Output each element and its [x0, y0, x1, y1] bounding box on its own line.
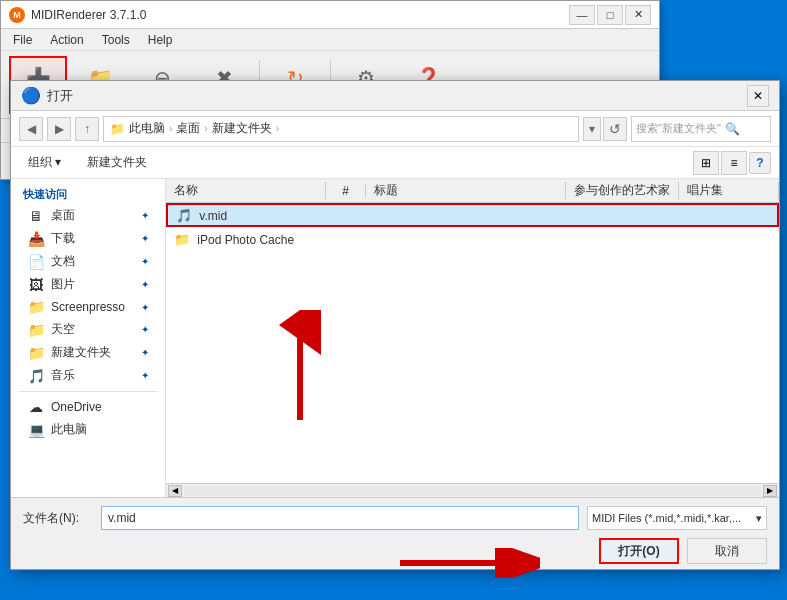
nav-back-button[interactable]: ◀ [19, 117, 43, 141]
view-details-button[interactable]: ≡ [721, 151, 747, 175]
dialog-title-text: 打开 [47, 87, 73, 105]
search-box[interactable]: 搜索"新建文件夹" 🔍 [631, 116, 771, 142]
horizontal-scrollbar[interactable]: ◀ ▶ [166, 483, 779, 497]
scroll-track[interactable] [184, 486, 761, 496]
midi-file-icon: 🎵 [176, 208, 192, 223]
nav-item-onedrive[interactable]: ☁ OneDrive [11, 396, 165, 418]
col-name-header[interactable]: 名称 [166, 182, 326, 199]
title-bar: M MIDIRenderer 3.7.1.0 — □ ✕ [1, 1, 659, 29]
nav-item-screenpresso[interactable]: 📁 Screenpresso ✦ [11, 296, 165, 318]
refresh-button[interactable]: ↺ [603, 117, 627, 141]
file-list-col-header: 名称 # 标题 参与创作的艺术家 唱片集 [166, 179, 779, 203]
dialog-bottom: 文件名(N): MIDI Files (*.mid,*.midi,*.kar,.… [11, 497, 779, 569]
breadcrumb-desktop[interactable]: 桌面 [176, 120, 200, 137]
nav-divider [19, 391, 157, 392]
quick-access-header[interactable]: 快速访问 [11, 185, 165, 204]
dialog-content: 快速访问 🖥 桌面 ✦ 📥 下载 ✦ 📄 文档 ✦ 🖼 图片 ✦ [11, 179, 779, 497]
nav-forward-button[interactable]: ▶ [47, 117, 71, 141]
col-title-header[interactable]: 标题 [366, 182, 566, 199]
col-artist-header[interactable]: 参与创作的艺术家 [566, 182, 679, 199]
breadcrumb-folder[interactable]: 新建文件夹 [212, 120, 272, 137]
file-item-vmid[interactable]: 🎵 v.mid [166, 203, 779, 227]
menu-help[interactable]: Help [140, 31, 181, 49]
new-folder-icon: 📁 [27, 345, 45, 361]
downloads-icon: 📥 [27, 231, 45, 247]
nav-item-pictures[interactable]: 🖼 图片 ✦ [11, 273, 165, 296]
nav-item-documents[interactable]: 📄 文档 ✦ [11, 250, 165, 273]
bottom-buttons: 打开(O) 取消 [23, 538, 767, 564]
open-dialog: 🔵 打开 ✕ ◀ ▶ ↑ 📁 此电脑 › 桌面 › 新建文件夹 › ▾ ↺ 搜索… [10, 80, 780, 570]
screenpresso-icon: 📁 [27, 299, 45, 315]
filename-input[interactable] [101, 506, 579, 530]
filename-row: 文件名(N): MIDI Files (*.mid,*.midi,*.kar,.… [23, 506, 767, 530]
folder-file-icon: 📁 [174, 232, 190, 247]
nav-item-new-folder[interactable]: 📁 新建文件夹 ✦ [11, 341, 165, 364]
music-icon: 🎵 [27, 368, 45, 384]
nav-item-downloads[interactable]: 📥 下载 ✦ [11, 227, 165, 250]
file-cell-name-1: 📁 iPod Photo Cache [166, 232, 326, 247]
documents-icon: 📄 [27, 254, 45, 270]
dialog-toolbar: 组织 ▾ 新建文件夹 ⊞ ≡ ? [11, 147, 779, 179]
nav-item-thispc[interactable]: 💻 此电脑 [11, 418, 165, 441]
breadcrumb-pc[interactable]: 此电脑 [129, 120, 165, 137]
dropdown-arrow-button[interactable]: ▾ [583, 117, 601, 141]
organize-button[interactable]: 组织 ▾ [19, 151, 70, 174]
file-cell-name-0: 🎵 v.mid [168, 208, 328, 223]
onedrive-icon: ☁ [27, 399, 45, 415]
filetype-select[interactable]: MIDI Files (*.mid,*.midi,*.kar,... ▾ [587, 506, 767, 530]
scroll-right-button[interactable]: ▶ [763, 485, 777, 497]
desktop-icon: 🖥 [27, 208, 45, 224]
pictures-icon: 🖼 [27, 277, 45, 293]
minimize-button[interactable]: — [569, 5, 595, 25]
file-list-body: 🎵 v.mid 📁 iPod Photo Cache [166, 203, 779, 483]
nav-item-desktop[interactable]: 🖥 桌面 ✦ [11, 204, 165, 227]
app-icon: M [9, 7, 25, 23]
dialog-close-button[interactable]: ✕ [747, 85, 769, 107]
scroll-left-button[interactable]: ◀ [168, 485, 182, 497]
menu-tools[interactable]: Tools [94, 31, 138, 49]
sky-icon: 📁 [27, 322, 45, 338]
dialog-title: 🔵 打开 [21, 86, 73, 105]
menu-file[interactable]: File [5, 31, 40, 49]
thispc-icon: 💻 [27, 422, 45, 438]
breadcrumb[interactable]: 📁 此电脑 › 桌面 › 新建文件夹 › [103, 116, 579, 142]
dialog-title-bar: 🔵 打开 ✕ [11, 81, 779, 111]
col-hash-header[interactable]: # [326, 184, 366, 198]
maximize-button[interactable]: □ [597, 5, 623, 25]
new-folder-button[interactable]: 新建文件夹 [78, 151, 156, 174]
filename-label: 文件名(N): [23, 510, 93, 527]
left-panel: 快速访问 🖥 桌面 ✦ 📥 下载 ✦ 📄 文档 ✦ 🖼 图片 ✦ [11, 179, 166, 497]
search-placeholder: 搜索"新建文件夹" [636, 121, 721, 136]
open-button[interactable]: 打开(O) [599, 538, 679, 564]
dialog-nav-bar: ◀ ▶ ↑ 📁 此电脑 › 桌面 › 新建文件夹 › ▾ ↺ 搜索"新建文件夹"… [11, 111, 779, 147]
breadcrumb-icon: 📁 [110, 122, 125, 136]
menu-action[interactable]: Action [42, 31, 91, 49]
menu-bar: File Action Tools Help [1, 29, 659, 51]
dialog-help-button[interactable]: ? [749, 152, 771, 174]
nav-item-music[interactable]: 🎵 音乐 ✦ [11, 364, 165, 387]
close-button[interactable]: ✕ [625, 5, 651, 25]
right-panel: 名称 # 标题 参与创作的艺术家 唱片集 🎵 v.mid [166, 179, 779, 497]
col-album-header[interactable]: 唱片集 [679, 182, 779, 199]
file-item-ipod[interactable]: 📁 iPod Photo Cache [166, 227, 779, 251]
search-icon: 🔍 [725, 122, 740, 136]
cancel-button[interactable]: 取消 [687, 538, 767, 564]
nav-up-button[interactable]: ↑ [75, 117, 99, 141]
nav-item-sky[interactable]: 📁 天空 ✦ [11, 318, 165, 341]
view-list-button[interactable]: ⊞ [693, 151, 719, 175]
app-title: MIDIRenderer 3.7.1.0 [31, 8, 146, 22]
